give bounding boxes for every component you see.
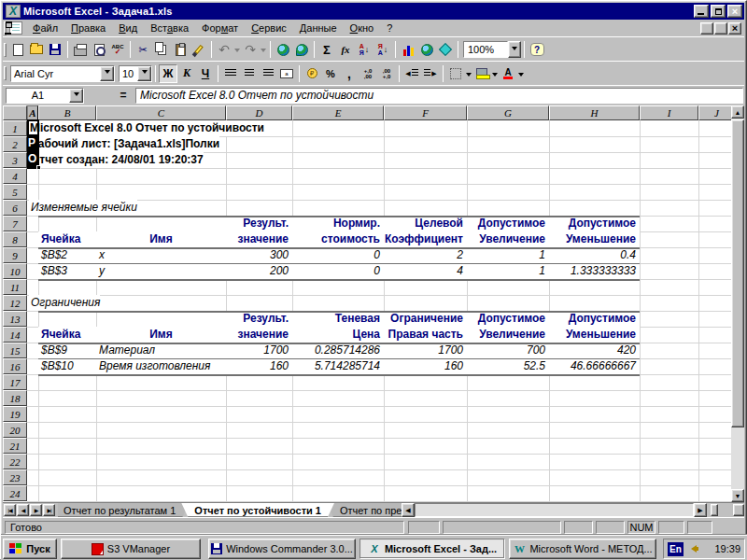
cell-F14[interactable]: Правая часть xyxy=(384,327,467,343)
cell-E14[interactable]: Цена xyxy=(292,327,384,343)
cell-H15[interactable]: 420 xyxy=(549,343,640,358)
undo-dropdown-icon[interactable] xyxy=(234,49,240,55)
row-header-14[interactable]: 14 xyxy=(3,327,27,343)
row-header-3[interactable]: 3 xyxy=(3,152,27,168)
taskbar-task[interactable]: S3 VManager xyxy=(61,539,201,559)
start-button[interactable]: Пуск xyxy=(3,539,57,559)
new-button[interactable] xyxy=(8,40,27,59)
cell-F15[interactable]: 1700 xyxy=(384,343,467,358)
restore-button[interactable] xyxy=(711,5,726,18)
bold-button[interactable]: Ж xyxy=(159,64,177,83)
increase-decimal-button[interactable]: +,0,00 xyxy=(359,64,377,83)
cell-B15[interactable]: $B$9 xyxy=(38,343,96,358)
cell-A3[interactable]: Отчет создан: 24/08/01 19:20:37 xyxy=(29,152,204,168)
redo-dropdown-icon[interactable] xyxy=(261,49,266,55)
worksheet-grid[interactable]: ABCDEFGHIJ 12345678910111213141516171819… xyxy=(3,105,735,502)
selected-cell-A2[interactable]: Р xyxy=(27,136,39,153)
scroll-up-button[interactable]: ▲ xyxy=(731,105,744,119)
row-header-17[interactable]: 17 xyxy=(3,374,27,390)
print-preview-button[interactable] xyxy=(90,40,108,59)
name-box[interactable]: A1 xyxy=(6,88,84,104)
cell-E16[interactable]: 5.714285714 xyxy=(292,358,384,374)
hscroll-right-button[interactable]: ▶ xyxy=(694,503,707,517)
cell-E10[interactable]: 0 xyxy=(292,263,384,279)
cell-G8[interactable]: Увеличение xyxy=(467,231,549,247)
cut-button[interactable]: ✂ xyxy=(134,40,152,59)
taskbar-task[interactable]: WMicrosoft Word - МЕТОД... xyxy=(509,539,656,559)
redo-button[interactable]: ↷ xyxy=(241,40,260,59)
row-header-19[interactable]: 19 xyxy=(3,406,27,422)
cell-G7[interactable]: Допустимое xyxy=(467,216,549,231)
zoom-control[interactable]: 100% xyxy=(463,41,508,58)
cell-E15[interactable]: 0.285714286 xyxy=(292,343,384,358)
map-button[interactable] xyxy=(417,40,436,59)
language-indicator[interactable]: En xyxy=(668,542,684,556)
percent-style-button[interactable]: % xyxy=(321,64,340,83)
column-header-C[interactable]: C xyxy=(96,105,226,120)
borders-dropdown-icon[interactable] xyxy=(466,73,472,79)
sheet-tab[interactable]: Отчет по преде xyxy=(327,503,402,517)
column-header-E[interactable]: E xyxy=(292,105,384,120)
volume-icon[interactable] xyxy=(687,545,697,553)
sort-descending-button[interactable]: ЯА↓ xyxy=(374,40,392,59)
sort-ascending-button[interactable]: АЯ↓ xyxy=(355,40,374,59)
autosum-button[interactable]: Σ xyxy=(317,40,336,59)
column-header-F[interactable]: F xyxy=(384,105,467,120)
cell-B14[interactable]: Ячейка xyxy=(38,327,96,343)
cell-C10[interactable]: y xyxy=(96,263,226,279)
row-header-23[interactable]: 23 xyxy=(3,469,27,485)
merge-center-button[interactable]: а xyxy=(277,64,296,83)
cell-H7[interactable]: Допустимое xyxy=(549,216,640,231)
edit-formula-button[interactable]: = xyxy=(114,88,133,104)
menu-item[interactable]: Вид xyxy=(112,21,144,35)
chart-wizard-button[interactable] xyxy=(399,40,417,59)
align-left-button[interactable] xyxy=(221,64,240,83)
font-color-dropdown-icon[interactable] xyxy=(518,73,524,79)
cell-G14[interactable]: Увеличение xyxy=(467,327,549,343)
comma-style-button[interactable]: , xyxy=(340,64,359,83)
minimize-button[interactable] xyxy=(694,5,709,18)
fill-color-dropdown-icon[interactable] xyxy=(492,73,498,79)
font-size-combo[interactable]: 10 xyxy=(119,65,152,82)
cell-H14[interactable]: Уменьшение xyxy=(549,327,640,343)
cell-C9[interactable]: x xyxy=(96,247,226,263)
horizontal-scrollbar[interactable] xyxy=(415,503,694,517)
sheet-tab[interactable]: Отчет по результатам 1 xyxy=(58,503,189,517)
row-header-11[interactable]: 11 xyxy=(3,279,27,295)
format-toolbar-drag-handle[interactable] xyxy=(4,66,7,80)
name-box-dropdown[interactable] xyxy=(69,89,83,103)
insert-hyperlink-button[interactable] xyxy=(274,40,292,59)
select-all-corner[interactable] xyxy=(3,105,27,120)
cell-A12[interactable]: Ограничения xyxy=(29,295,100,311)
row-header-4[interactable]: 4 xyxy=(3,168,27,184)
increase-indent-button[interactable]: ▶ xyxy=(421,64,440,83)
menu-item[interactable]: Вставка xyxy=(144,21,195,35)
decrease-indent-button[interactable]: ◀ xyxy=(402,64,421,83)
scroll-down-button[interactable]: ▼ xyxy=(731,489,744,502)
cell-H10[interactable]: 1.333333333 xyxy=(549,263,640,279)
hscroll-left-button[interactable]: ◀ xyxy=(402,503,415,517)
sheet-close-button[interactable]: × xyxy=(728,22,741,35)
cell-C14[interactable]: Имя xyxy=(96,327,226,343)
copy-button[interactable] xyxy=(152,40,171,59)
cell-B8[interactable]: Ячейка xyxy=(38,231,96,247)
formula-input[interactable]: Microsoft Excel 8.0 Отчет по устойчивост… xyxy=(135,88,743,104)
toolbar-drag-handle[interactable] xyxy=(4,43,7,57)
next-sheet-button[interactable]: ▶ xyxy=(30,504,42,516)
paste-function-button[interactable]: fx xyxy=(336,40,355,59)
cell-B10[interactable]: $B$3 xyxy=(38,263,96,279)
cell-F7[interactable]: Целевой xyxy=(384,216,467,231)
menu-item[interactable]: Файл xyxy=(26,21,64,35)
row-header-5[interactable]: 5 xyxy=(3,184,27,200)
cell-C16[interactable]: Время изготовления xyxy=(96,358,226,374)
row-header-18[interactable]: 18 xyxy=(3,390,27,406)
last-sheet-button[interactable]: ▶| xyxy=(43,504,55,516)
row-header-13[interactable]: 13 xyxy=(3,311,27,327)
cell-G10[interactable]: 1 xyxy=(467,263,549,279)
sheet-restore-button[interactable] xyxy=(714,22,727,35)
font-color-button[interactable]: А xyxy=(499,64,517,83)
cell-E13[interactable]: Теневая xyxy=(292,311,384,327)
undo-button[interactable]: ↶ xyxy=(215,40,233,59)
row-header-1[interactable]: 1 xyxy=(3,120,27,136)
cell-E8[interactable]: стоимость xyxy=(292,231,384,247)
